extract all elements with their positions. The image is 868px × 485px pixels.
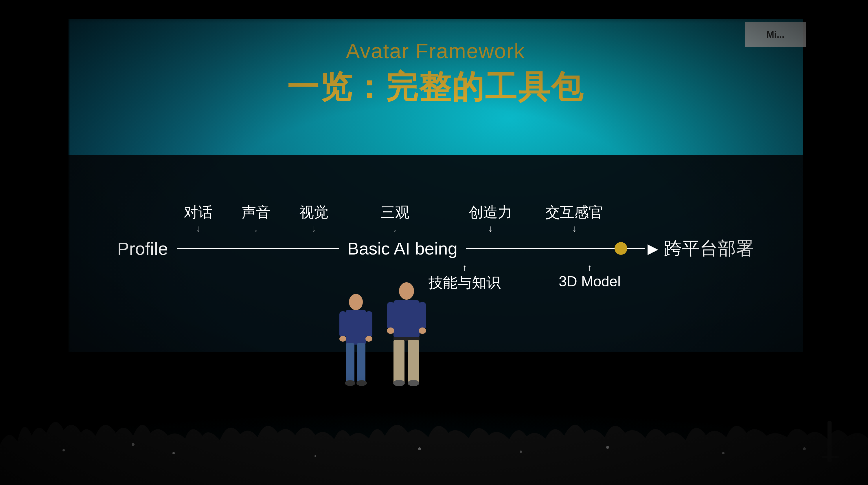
corner-sign-text: Mi... (767, 29, 784, 40)
svg-point-6 (339, 336, 346, 342)
svg-point-30 (803, 447, 806, 450)
timeline-dot (615, 242, 627, 255)
label-3dmodel: ↑ 3D Model (559, 262, 621, 292)
svg-rect-32 (822, 456, 839, 458)
svg-rect-5 (357, 343, 365, 384)
label-3dmodel-text: 3D Model (559, 273, 621, 290)
timeline-start-label: Profile (117, 238, 168, 259)
label-shengyin: 声音 ↓ (227, 203, 285, 234)
label-jineng: ↑ 技能与知识 (429, 262, 501, 292)
svg-point-17 (387, 327, 394, 334)
arrow-shengyin: ↓ (254, 223, 258, 234)
corner-sign: Mi... (745, 22, 806, 47)
svg-rect-31 (828, 421, 832, 462)
svg-rect-4 (346, 343, 354, 384)
slide-title-english: Avatar Framework (68, 39, 803, 63)
svg-point-7 (365, 336, 372, 342)
svg-rect-12 (387, 302, 394, 330)
svg-rect-1 (346, 310, 366, 345)
label-jiaohu: 交互感官 ↓ (534, 203, 615, 234)
svg-rect-16 (408, 340, 419, 384)
arrow-shijue: ↓ (312, 223, 316, 234)
timeline-arrow-icon: ▶ (648, 240, 658, 257)
svg-point-27 (520, 451, 522, 453)
svg-point-28 (606, 446, 609, 449)
svg-point-29 (722, 452, 724, 454)
arrow-duihua: ↓ (196, 223, 200, 234)
svg-point-8 (345, 380, 355, 386)
timeline-line-left (177, 248, 339, 249)
arrow-jineng: ↑ (462, 262, 467, 273)
label-chuangzaoli: 创造力 ↓ (447, 203, 534, 234)
svg-rect-3 (365, 311, 372, 337)
label-sanguan: 三观 ↓ (343, 203, 447, 234)
top-vignette (0, 0, 868, 23)
label-duihua: 对话 ↓ (169, 203, 227, 234)
slide-header: Avatar Framework 一览：完整的工具包 (68, 39, 803, 109)
svg-rect-13 (419, 302, 426, 330)
svg-rect-2 (339, 311, 346, 337)
label-jiaohu-text: 交互感官 (546, 203, 603, 222)
diagram-area: 对话 ↓ 声音 ↓ 视觉 ↓ 三观 ↓ (68, 161, 803, 335)
svg-point-20 (408, 380, 419, 386)
svg-point-0 (349, 294, 363, 310)
speaker-right (385, 282, 428, 387)
bottom-labels-row: ↑ 技能与知识 ↑ 3D Model (117, 262, 754, 292)
svg-point-25 (314, 455, 316, 457)
label-sanguan-text: 三观 (380, 203, 409, 222)
svg-point-18 (418, 327, 426, 334)
presentation-slide: Avatar Framework 一览：完整的工具包 对话 ↓ 声音 ↓ (68, 19, 803, 352)
arrow-3dmodel: ↑ (587, 262, 592, 273)
label-shijue: 视觉 ↓ (285, 203, 343, 234)
timeline-line-right (627, 248, 645, 249)
speaker-left (337, 294, 375, 387)
svg-point-26 (418, 447, 421, 450)
arrow-sanguan: ↓ (393, 223, 397, 234)
scene: Avatar Framework 一览：完整的工具包 对话 ↓ 声音 ↓ (0, 0, 868, 485)
timeline-mid-label: Basic AI being (347, 238, 458, 259)
svg-rect-15 (394, 340, 404, 384)
top-labels-row: 对话 ↓ 声音 ↓ 视觉 ↓ 三观 ↓ (117, 203, 754, 234)
label-duihua-text: 对话 (184, 203, 213, 222)
svg-rect-11 (394, 300, 420, 338)
audience-silhouettes (0, 363, 868, 485)
label-shijue-text: 视觉 (300, 203, 329, 222)
slide-title-chinese: 一览：完整的工具包 (68, 66, 803, 109)
svg-point-23 (132, 443, 134, 446)
label-jineng-text: 技能与知识 (429, 273, 501, 292)
timeline-row: Profile Basic AI being ▶ 跨平台部署 (117, 236, 754, 261)
svg-point-10 (399, 282, 414, 300)
timeline-end-label: 跨平台部署 (664, 236, 754, 261)
diagram-inner: 对话 ↓ 声音 ↓ 视觉 ↓ 三观 ↓ (117, 203, 754, 292)
arrow-chuangzaoli: ↓ (488, 223, 493, 234)
timeline-line-mid (466, 248, 615, 249)
svg-point-9 (356, 380, 367, 386)
svg-point-22 (62, 449, 65, 451)
label-chuangzaoli-text: 创造力 (469, 203, 512, 222)
label-shengyin-text: 声音 (242, 203, 271, 222)
arrow-jiaohu: ↓ (572, 223, 577, 234)
svg-point-24 (173, 452, 175, 454)
svg-point-19 (393, 380, 405, 386)
